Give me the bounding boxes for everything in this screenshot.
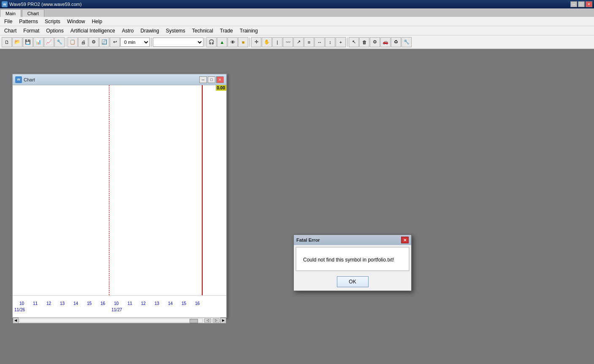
toolbar-btn-7[interactable]: 📋 (68, 37, 78, 47)
toolbar-btn-8[interactable]: 🖨 (78, 37, 88, 47)
toolbar-btn-green-arrow[interactable]: ▲ (217, 37, 227, 47)
toolbar-btn-4[interactable]: 📊 (33, 37, 43, 47)
toolbar-btn-5[interactable]: 📈 (44, 37, 54, 47)
toolbar-btn-recycle[interactable]: ♻ (391, 37, 401, 47)
chart-dashed-line (109, 85, 109, 295)
chart-axis-dates: 11/26 11/27 (13, 307, 226, 316)
app-title: Wave59 PRO2 (www.wave59.com) (9, 2, 81, 7)
toolbar-btn-eye[interactable]: 👁 (228, 37, 238, 47)
toolbar-btn-line[interactable]: | (272, 37, 282, 47)
dialog-message: Could not find this symbol in portfolio.… (303, 256, 402, 264)
chart-menu-trade[interactable]: Trade (217, 27, 236, 35)
chart-menu-training[interactable]: Training (236, 27, 261, 35)
toolbar-btn-trash[interactable]: 🗑 (359, 37, 369, 47)
chart-menu-ai[interactable]: Artificial Intelligence (67, 27, 119, 35)
chart-window: W Chart ─ □ ✕ 0.00 10 11 12 13 (12, 73, 227, 318)
tick-11b: 11 (127, 301, 132, 306)
chart-price-label: 0.00 (216, 85, 226, 91)
menu-scripts[interactable]: Scripts (41, 18, 64, 25)
tick-16a: 16 (100, 301, 105, 306)
app-titlebar: W Wave59 PRO2 (www.wave59.com) ─ □ ✕ (0, 0, 594, 8)
menu-help[interactable]: Help (88, 18, 106, 25)
scroll-thumb[interactable] (190, 319, 198, 323)
desktop-background: W Chart ─ □ ✕ 0.00 10 11 12 13 (0, 49, 594, 364)
main-toolbar: 🗋 📂 💾 📊 📈 🔧 📋 🖨 ⚙ 🔄 ↩ 0 min 🎧 ▲ 👁 ■ ✛ ✋ … (0, 35, 594, 49)
toolbar-btn-tb[interactable]: ↕ (325, 37, 335, 47)
dialog-footer: OK (294, 273, 411, 291)
toolbar-btn-headset[interactable]: 🎧 (206, 37, 217, 47)
chart-window-titlebar: W Chart ─ □ ✕ (13, 74, 226, 85)
menu-file[interactable]: File (1, 18, 16, 25)
chart-minimize-btn[interactable]: ─ (199, 76, 207, 83)
chart-window-controls: ─ □ ✕ (199, 76, 224, 83)
tick-10b: 10 (114, 301, 119, 306)
chart-maximize-btn[interactable]: □ (208, 76, 215, 83)
scroll-page-right[interactable]: ▷ (213, 318, 220, 323)
tab-main[interactable]: Main (0, 9, 21, 17)
toolbar-sep-4 (250, 38, 250, 47)
symbol-select[interactable] (153, 38, 203, 47)
chart-menu-astro[interactable]: Astro (119, 27, 137, 35)
toolbar-btn-wrench[interactable]: 🔧 (401, 37, 412, 47)
toolbar-btn-open[interactable]: 📂 (12, 37, 22, 47)
app-maximize-btn[interactable]: □ (578, 1, 585, 7)
dialog-body: Could not find this symbol in portfolio.… (296, 247, 410, 271)
chart-solid-line (202, 85, 203, 295)
chart-menu-drawing[interactable]: Drawing (137, 27, 163, 35)
toolbar-sep-1 (66, 38, 66, 47)
toolbar-btn-yellow[interactable]: ■ (238, 37, 248, 47)
tick-15a: 15 (87, 301, 92, 306)
toolbar-btn-hand[interactable]: ✋ (262, 37, 272, 47)
app-minimize-btn[interactable]: ─ (570, 1, 577, 7)
chart-close-btn[interactable]: ✕ (216, 76, 224, 83)
toolbar-btn-wave[interactable]: 〰 (283, 37, 293, 47)
chart-scrollbar: ◀ ◁ ▷ ▶ (13, 317, 226, 323)
toolbar-btn-new[interactable]: 🗋 (2, 37, 12, 47)
chart-menu-chart[interactable]: Chart (1, 27, 20, 35)
toolbar-btn-lr[interactable]: ↔ (315, 37, 325, 47)
fatal-error-dialog: Fatal Error ✕ Could not find this symbol… (293, 235, 412, 291)
menu-window[interactable]: Window (64, 18, 89, 25)
tab-chart[interactable]: Chart (22, 9, 44, 17)
toolbar-btn-6[interactable]: 🔧 (54, 37, 65, 47)
tick-12a: 12 (46, 301, 51, 306)
dialog-ok-button[interactable]: OK (337, 276, 369, 287)
dialog-close-btn[interactable]: ✕ (401, 237, 409, 243)
tick-15b: 15 (182, 301, 186, 306)
chart-menu-systems[interactable]: Systems (163, 27, 189, 35)
scroll-track[interactable] (19, 318, 203, 323)
toolbar-btn-11[interactable]: ↩ (110, 37, 120, 47)
chart-body: 0.00 (13, 85, 226, 295)
dialog-titlebar: Fatal Error ✕ (294, 235, 411, 245)
menu-patterns[interactable]: Patterns (16, 18, 41, 25)
toolbar-btn-cursor[interactable]: ↖ (349, 37, 359, 47)
chart-window-icon: W (15, 76, 22, 83)
chart-menu-options[interactable]: Options (43, 27, 67, 35)
toolbar-btn-plus[interactable]: + (336, 37, 346, 47)
toolbar-btn-car[interactable]: 🚗 (380, 37, 391, 47)
tick-14a: 14 (73, 301, 78, 306)
timeframe-select[interactable]: 0 min (120, 38, 150, 47)
date-1127: 11/27 (111, 307, 122, 312)
tick-13b: 13 (155, 301, 159, 306)
tick-11a: 11 (33, 301, 38, 306)
dialog-title: Fatal Error (296, 237, 320, 243)
scroll-page-left[interactable]: ◁ (204, 318, 211, 323)
chart-menu: Chart Format Options Artificial Intellig… (0, 26, 594, 35)
toolbar-btn-10[interactable]: 🔄 (99, 37, 109, 47)
main-menu: File Patterns Scripts Window Help (0, 17, 594, 26)
toolbar-btn-save[interactable]: 💾 (23, 37, 33, 47)
app-close-btn[interactable]: ✕ (586, 1, 592, 7)
toolbar-btn-bars[interactable]: ≡ (304, 37, 314, 47)
app-icon: W (2, 1, 8, 7)
toolbar-btn-9[interactable]: ⚙ (89, 37, 99, 47)
chart-menu-format[interactable]: Format (20, 27, 43, 35)
scroll-left-btn[interactable]: ◀ (13, 318, 19, 324)
toolbar-btn-crosshair[interactable]: ✛ (251, 37, 261, 47)
chart-menu-technical[interactable]: Technical (189, 27, 217, 35)
toolbar-btn-gear2[interactable]: ⚙ (370, 37, 380, 47)
date-1126: 11/26 (14, 307, 25, 312)
scroll-right-btn[interactable]: ▶ (220, 318, 226, 324)
tick-10a: 10 (19, 301, 24, 306)
toolbar-btn-arrow-wave[interactable]: ↗ (293, 37, 304, 47)
